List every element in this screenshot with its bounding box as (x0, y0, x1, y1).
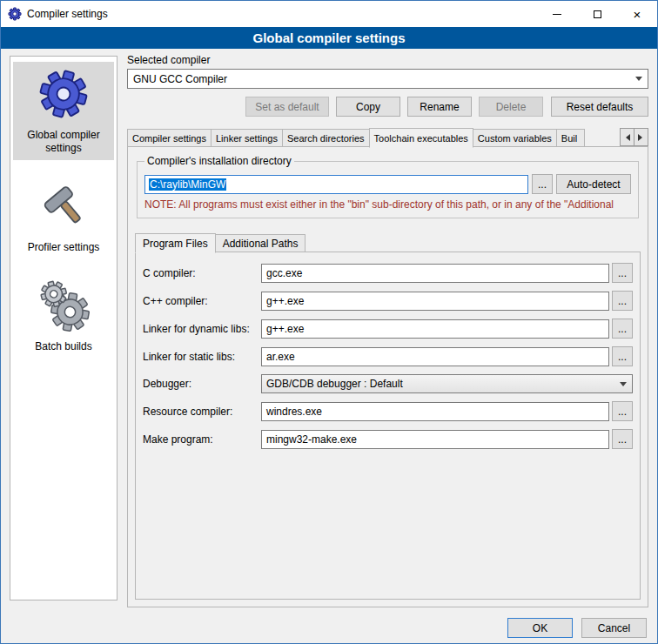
tab-toolchain-executables[interactable]: Toolchain executables (369, 128, 473, 148)
gears-icon (37, 279, 90, 334)
make-program-input[interactable]: mingw32-make.exe (261, 430, 609, 449)
window-title: Compiler settings (27, 8, 108, 20)
field-row: Resource compiler: windres.exe ... (143, 401, 633, 421)
dynamic-linker-value: g++.exe (266, 323, 304, 335)
resource-compiler-browse-button[interactable]: ... (612, 401, 633, 421)
main-area: Selected compiler GNU GCC Compiler Set a… (127, 54, 648, 607)
minimize-button[interactable] (537, 1, 577, 27)
cpp-compiler-value: g++.exe (266, 295, 304, 307)
auto-detect-button[interactable]: Auto-detect (556, 174, 631, 194)
reset-defaults-button[interactable]: Reset defaults (551, 97, 648, 117)
cpp-compiler-input[interactable]: g++.exe (261, 292, 609, 311)
compiler-actions: Set as default Copy Rename Delete Reset … (127, 97, 648, 117)
app-icon (8, 7, 22, 21)
ok-button[interactable]: OK (507, 618, 573, 638)
make-program-browse-button[interactable]: ... (612, 429, 633, 449)
static-linker-label: Linker for static libs: (143, 351, 261, 363)
sidebar-item-batch-builds[interactable]: Batch builds (13, 273, 114, 359)
close-button[interactable]: × (617, 1, 657, 27)
selected-compiler-dropdown[interactable]: GNU GCC Compiler (127, 69, 648, 89)
debugger-select[interactable]: GDB/CDB debugger : Default (261, 374, 633, 393)
program-tabs: Program Files Additional Paths (135, 232, 641, 252)
set-as-default-button[interactable]: Set as default (245, 97, 329, 117)
installation-directory-row: C:\raylib\MinGW ... Auto-detect (144, 174, 631, 194)
chevron-down-icon (614, 379, 632, 390)
installation-directory-group: Compiler's installation directory C:\ray… (137, 161, 639, 218)
tab-custom-variables[interactable]: Custom variables (473, 129, 557, 147)
tab-scroll-buttons (621, 128, 648, 146)
maximize-button[interactable] (577, 1, 617, 27)
resource-compiler-input[interactable]: windres.exe (261, 402, 609, 421)
maximize-icon (594, 10, 601, 18)
tab-scroll-right-button[interactable] (634, 128, 648, 146)
gear-icon (37, 68, 90, 123)
static-linker-value: ar.exe (266, 351, 295, 363)
debugger-label: Debugger: (143, 378, 261, 390)
program-files-panel: C compiler: gcc.exe ... C++ compiler: g+… (135, 252, 641, 600)
titlebar: Compiler settings × (1, 1, 657, 27)
sidebar-item-label: Profiler settings (28, 241, 100, 254)
field-row: Debugger: GDB/CDB debugger : Default (143, 374, 633, 393)
resource-compiler-label: Resource compiler: (143, 406, 261, 418)
debugger-value: GDB/CDB debugger : Default (266, 378, 403, 390)
installation-directory-input[interactable]: C:\raylib\MinGW (144, 175, 528, 194)
cpp-compiler-browse-button[interactable]: ... (612, 291, 633, 311)
resource-compiler-value: windres.exe (266, 406, 322, 418)
tab-scroll-left-icon (622, 134, 630, 141)
static-linker-browse-button[interactable]: ... (612, 346, 633, 366)
make-program-label: Make program: (143, 433, 261, 446)
settings-tabs: Compiler settings Linker settings Search… (127, 127, 648, 147)
static-linker-input[interactable]: ar.exe (261, 347, 609, 366)
field-row: C++ compiler: g++.exe ... (143, 291, 633, 311)
toolchain-executables-panel: Compiler's installation directory C:\ray… (127, 146, 648, 607)
cpp-compiler-label: C++ compiler: (143, 295, 261, 307)
c-compiler-value: gcc.exe (266, 267, 302, 279)
selected-compiler-value: GNU GCC Compiler (133, 73, 227, 85)
c-compiler-input[interactable]: gcc.exe (261, 264, 609, 283)
tab-compiler-settings[interactable]: Compiler settings (127, 129, 212, 147)
cancel-button[interactable]: Cancel (581, 618, 647, 638)
tab-scroll-left-button[interactable] (620, 128, 634, 146)
field-row: Linker for static libs: ar.exe ... (143, 346, 633, 366)
dynamic-linker-input[interactable]: g++.exe (261, 319, 609, 339)
c-compiler-browse-button[interactable]: ... (612, 263, 633, 283)
window-controls: × (537, 1, 657, 27)
installation-directory-selected-text: C:\raylib\MinGW (149, 178, 226, 191)
minimize-icon (553, 14, 561, 15)
sidebar-item-label: Batch builds (35, 340, 91, 353)
dialog-header: Global compiler settings (1, 27, 657, 49)
field-row: Linker for dynamic libs: g++.exe ... (143, 319, 633, 339)
dialog-content: Global compiler settings Profiler settin… (1, 49, 657, 643)
c-compiler-label: C compiler: (143, 267, 261, 279)
selected-compiler-label: Selected compiler (127, 54, 648, 66)
tab-program-files[interactable]: Program Files (135, 233, 216, 253)
rename-button[interactable]: Rename (407, 97, 472, 117)
field-row: Make program: mingw32-make.exe ... (143, 429, 633, 449)
close-icon: × (634, 8, 641, 21)
sidebar: Global compiler settings Profiler settin… (10, 56, 118, 600)
tab-build-options[interactable]: Buil (556, 129, 585, 147)
tab-scroll-right-icon (638, 134, 646, 141)
tab-linker-settings[interactable]: Linker settings (211, 129, 283, 147)
dynamic-linker-browse-button[interactable]: ... (612, 319, 633, 339)
tab-search-directories[interactable]: Search directories (282, 129, 370, 147)
browse-directory-button[interactable]: ... (532, 174, 553, 194)
copy-button[interactable]: Copy (336, 97, 400, 117)
sidebar-item-profiler-settings[interactable]: Profiler settings (13, 174, 114, 259)
delete-button[interactable]: Delete (479, 97, 543, 117)
compiler-settings-window: Compiler settings × Global compiler sett… (0, 0, 658, 644)
make-program-value: mingw32-make.exe (266, 433, 357, 446)
chevron-down-icon (630, 73, 648, 84)
installation-directory-group-label: Compiler's installation directory (144, 155, 294, 167)
installation-note: NOTE: All programs must exist either in … (144, 198, 631, 211)
field-row: C compiler: gcc.exe ... (143, 263, 633, 283)
hammer-icon (37, 180, 90, 235)
sidebar-item-label: Global compiler settings (15, 129, 112, 155)
sidebar-item-global-compiler-settings[interactable]: Global compiler settings (13, 62, 114, 160)
dialog-footer: OK Cancel (507, 618, 647, 638)
dynamic-linker-label: Linker for dynamic libs: (143, 323, 261, 335)
tab-additional-paths[interactable]: Additional Paths (215, 234, 306, 252)
